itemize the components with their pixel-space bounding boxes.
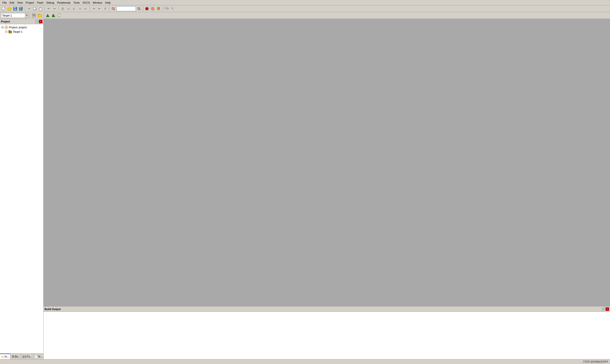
separator-3	[58, 6, 59, 11]
svg-rect-18	[137, 8, 139, 8]
toolbar-main: ✂ ↩ ↪ ◫ ◁ ▷ ◅ ▻ ⇥ ⇤ // ▼ 🔧	[0, 5, 610, 12]
project-panel-title: Project	[1, 20, 10, 23]
svg-line-22	[152, 8, 154, 10]
cut-button[interactable]: ✂	[26, 6, 32, 11]
tab-books-label: Bo...	[15, 355, 20, 358]
save-button[interactable]	[13, 6, 18, 11]
separator-4	[90, 6, 90, 11]
svg-rect-19	[137, 8, 138, 9]
paste-button[interactable]	[38, 6, 43, 11]
tab-templates-label: Te ...	[38, 355, 43, 358]
svg-rect-13	[40, 7, 41, 8]
project-panel-header: Project □ ×	[0, 19, 43, 24]
download-button[interactable]: ⬇	[57, 13, 62, 18]
svg-rect-32	[33, 16, 35, 16]
nav-back-button[interactable]: ◁	[66, 6, 71, 11]
target-select-display[interactable]: Target 1	[1, 13, 25, 18]
editor-area[interactable]	[44, 19, 610, 306]
panel-pin-button[interactable]: □	[35, 20, 39, 23]
tab-templates[interactable]: 📄 Te ...	[33, 354, 43, 359]
build-output-close-button[interactable]: ×	[606, 307, 609, 311]
svg-rect-7	[20, 7, 21, 8]
project-icon	[4, 26, 8, 29]
separator-5	[109, 6, 109, 11]
tab-functions-icon: {}	[23, 355, 24, 358]
tab-project[interactable]: 📁 Pr...	[0, 354, 10, 359]
copy-button[interactable]	[32, 6, 38, 11]
rebuild-button[interactable]	[51, 13, 56, 18]
svg-rect-26	[165, 9, 167, 9]
open-button[interactable]	[7, 6, 12, 11]
expand-target1[interactable]	[5, 30, 8, 33]
svg-marker-35	[46, 14, 49, 17]
menu-bar: File Edit View Project Flash Debug Perip…	[0, 0, 610, 5]
menu-svcs[interactable]: SVCS	[81, 1, 91, 5]
menu-flash[interactable]: Flash	[36, 1, 45, 5]
main-area: Project □ × Project: project	[0, 19, 610, 359]
svg-rect-11	[33, 7, 36, 10]
tab-bar: 📁 Pr... 📚 Bo... {} {} Fu... 📄 Te ...	[0, 353, 43, 359]
svg-text:⬇: ⬇	[58, 15, 59, 16]
tab-templates-icon: 📄	[35, 355, 38, 358]
expand-project-root[interactable]	[1, 26, 4, 29]
panel-close-button[interactable]: ×	[39, 20, 42, 23]
menu-file[interactable]: File	[1, 1, 8, 5]
target-dropdown-btn[interactable]: ▼	[25, 13, 28, 18]
view-options-button[interactable]: ▼	[164, 6, 169, 11]
undo-button[interactable]: ↩	[46, 6, 51, 11]
nav-fwd-button[interactable]: ▷	[71, 6, 77, 11]
comment-button[interactable]: //	[103, 6, 108, 11]
manage-button[interactable]	[37, 13, 42, 18]
find-button[interactable]	[111, 6, 116, 11]
bm-next-button[interactable]: ▻	[83, 6, 88, 11]
indent-button[interactable]: ⇥	[91, 6, 96, 11]
svg-rect-24	[165, 7, 167, 8]
svg-rect-31	[33, 15, 35, 15]
options-button[interactable]	[31, 13, 37, 18]
build-output-controls: □ ×	[602, 307, 609, 311]
svg-rect-30	[33, 14, 35, 15]
separator-7	[163, 6, 163, 11]
menu-peripherals[interactable]: Peripherals	[56, 1, 72, 5]
menu-window[interactable]: Window	[91, 1, 104, 5]
svg-line-15	[114, 9, 115, 10]
find-in-files-button[interactable]	[136, 6, 142, 11]
open-file-button[interactable]: ◫	[60, 6, 65, 11]
redo-button[interactable]: ↪	[52, 6, 57, 11]
left-panel: Project □ × Project: project	[0, 19, 44, 359]
breakpoint-button[interactable]	[144, 6, 149, 11]
tree-item-target1[interactable]: Target 1	[0, 29, 43, 34]
svg-point-20	[146, 7, 148, 10]
menu-tools[interactable]: Tools	[72, 1, 81, 5]
svg-rect-34	[38, 14, 40, 15]
bm-prev-button[interactable]: ◅	[77, 6, 82, 11]
menu-project[interactable]: Project	[24, 1, 35, 5]
separator-2	[44, 6, 45, 11]
menu-help[interactable]: Help	[104, 1, 112, 5]
clear-breakpoints-button[interactable]	[150, 6, 155, 11]
tab-project-icon: 📁	[1, 355, 4, 358]
tab-functions[interactable]: {} {} Fu...	[21, 354, 33, 359]
target-selector[interactable]: Target 1 ▼	[1, 13, 28, 18]
toolbar-build: Target 1 ▼ ⬇	[0, 12, 610, 19]
unindent-button[interactable]: ⇤	[97, 6, 102, 11]
bookmark2-button[interactable]	[156, 6, 161, 11]
tree-item-project-root[interactable]: Project: project	[0, 25, 43, 29]
settings-button[interactable]: 🔧	[170, 6, 175, 11]
target1-label: Target 1	[13, 30, 23, 33]
search-box[interactable]	[116, 6, 136, 11]
build-button[interactable]	[45, 13, 50, 18]
tab-books-icon: 📚	[12, 355, 14, 358]
new-button[interactable]	[1, 6, 6, 11]
status-bar: CSDN @把酒临风2004	[0, 359, 610, 364]
build-output-pin-button[interactable]: □	[602, 307, 605, 311]
status-text: CSDN @把酒临风2004	[583, 360, 608, 364]
build-output-content[interactable]	[44, 312, 610, 359]
menu-edit[interactable]: Edit	[8, 1, 16, 5]
tab-books[interactable]: 📚 Bo...	[10, 354, 22, 359]
menu-view[interactable]: View	[16, 1, 25, 5]
menu-debug[interactable]: Debug	[45, 1, 56, 5]
svg-marker-23	[158, 7, 160, 10]
save-all-button[interactable]	[18, 6, 24, 11]
separator-t1	[30, 13, 30, 18]
